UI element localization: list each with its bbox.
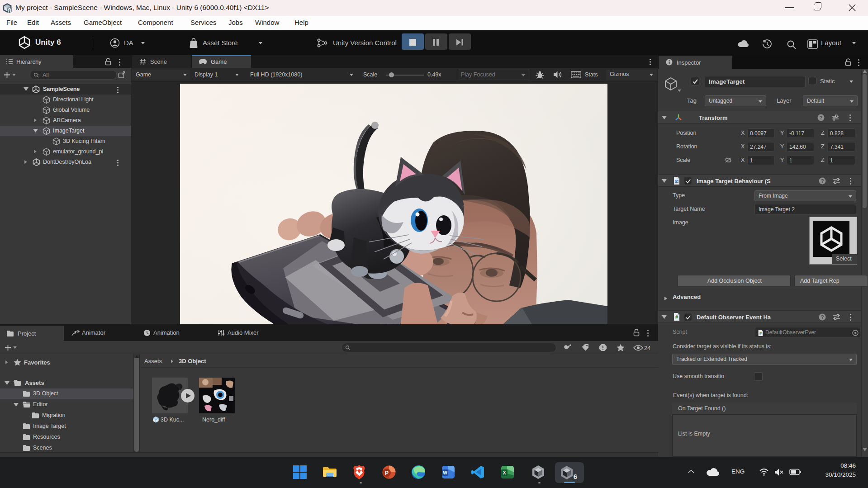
- svg-text:?: ?: [821, 314, 824, 320]
- svg-text:W: W: [443, 470, 447, 475]
- svg-text:?: ?: [820, 115, 823, 120]
- svg-text:6: 6: [9, 9, 11, 13]
- svg-text:#: #: [675, 314, 678, 320]
- svg-text:X: X: [503, 470, 506, 475]
- svg-text:?: ?: [821, 178, 824, 184]
- svg-text:6: 6: [574, 473, 577, 480]
- svg-text:P: P: [385, 470, 389, 476]
- svg-text:C#: C#: [675, 180, 678, 183]
- svg-text:#: #: [759, 331, 762, 336]
